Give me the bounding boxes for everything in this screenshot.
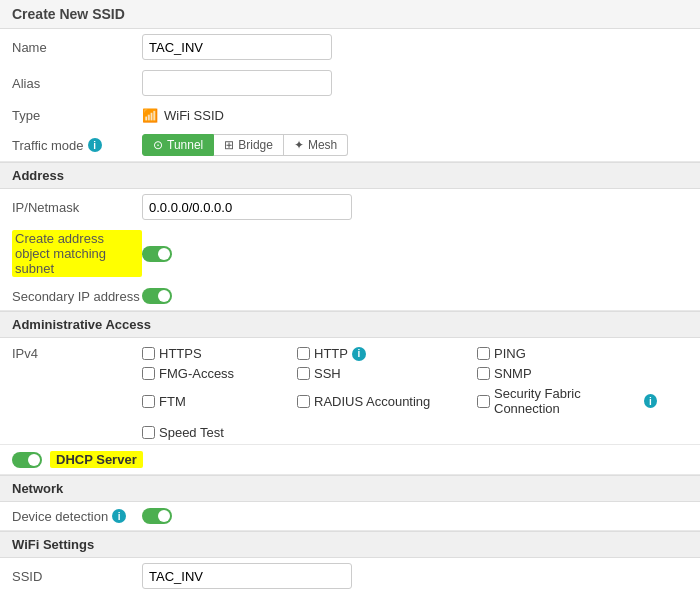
fmg-checkbox[interactable]	[142, 367, 155, 380]
radius-label: RADIUS Accounting	[314, 394, 430, 409]
http-checkbox[interactable]	[297, 347, 310, 360]
ip-netmask-label: IP/Netmask	[12, 200, 142, 215]
speed-test-checkbox[interactable]	[142, 426, 155, 439]
ssh-cell: SSH	[297, 366, 477, 381]
ftm-checkbox[interactable]	[142, 395, 155, 408]
alias-label: Alias	[12, 76, 142, 91]
ip-netmask-row: IP/Netmask	[0, 189, 700, 225]
ftm-cell: FTM	[142, 386, 297, 416]
mesh-button[interactable]: ✦ Mesh	[284, 134, 348, 156]
traffic-mode-info-icon[interactable]: i	[88, 138, 102, 152]
address-section-header: Address	[0, 162, 700, 189]
ipv4-label: IPv4	[12, 346, 142, 361]
device-detection-row: Device detection i	[0, 502, 700, 530]
name-value	[142, 34, 688, 60]
radius-cell: RADIUS Accounting	[297, 386, 477, 416]
name-label: Name	[12, 40, 142, 55]
http-label: HTTP	[314, 346, 348, 361]
security-fabric-label: Security Fabric Connection	[494, 386, 640, 416]
type-label: Type	[12, 108, 142, 123]
device-detection-toggle	[142, 508, 688, 524]
traffic-mode-row: Traffic mode i ⊙ Tunnel ⊞ Bridge ✦ Mesh	[0, 129, 700, 161]
dhcp-server-row: DHCP Server	[0, 445, 700, 474]
radius-checkbox[interactable]	[297, 395, 310, 408]
type-row: Type 📶 WiFi SSID	[0, 101, 700, 129]
dhcp-server-switch[interactable]	[12, 452, 42, 468]
ping-label: PING	[494, 346, 526, 361]
speed-test-row: Speed Test	[0, 421, 700, 444]
network-section-header: Network	[0, 475, 700, 502]
alias-row: Alias	[0, 65, 700, 101]
admin-ipv4-row: IPv4 HTTPS HTTP i PING FMG-Access SSH SN…	[0, 338, 700, 421]
alias-value	[142, 70, 688, 96]
page-title: Create New SSID	[0, 0, 700, 29]
fmg-cell: FMG-Access	[142, 366, 297, 381]
wifi-settings-section-header: WiFi Settings	[0, 531, 700, 558]
secondary-ip-label: Secondary IP address	[12, 289, 142, 304]
ssh-label: SSH	[314, 366, 341, 381]
https-checkbox[interactable]	[142, 347, 155, 360]
name-row: Name	[0, 29, 700, 65]
security-fabric-cell: Security Fabric Connection i	[477, 386, 657, 416]
snmp-cell: SNMP	[477, 366, 657, 381]
device-detection-switch[interactable]	[142, 508, 172, 524]
ssid-input[interactable]	[142, 563, 352, 589]
create-address-switch[interactable]	[142, 246, 172, 262]
ssid-row: SSID	[0, 558, 700, 594]
http-info-icon[interactable]: i	[352, 347, 366, 361]
secondary-ip-toggle	[142, 288, 688, 304]
type-value: 📶 WiFi SSID	[142, 108, 688, 123]
snmp-checkbox[interactable]	[477, 367, 490, 380]
device-detection-info-icon[interactable]: i	[112, 509, 126, 523]
create-address-toggle	[142, 246, 688, 262]
create-address-row: Create address object matching subnet	[0, 225, 700, 282]
alias-input[interactable]	[142, 70, 332, 96]
secondary-ip-switch[interactable]	[142, 288, 172, 304]
ssid-label: SSID	[12, 569, 142, 584]
traffic-mode-buttons: ⊙ Tunnel ⊞ Bridge ✦ Mesh	[142, 134, 688, 156]
speed-test-label: Speed Test	[159, 425, 224, 440]
tunnel-icon: ⊙	[153, 138, 163, 152]
ping-cell: PING	[477, 346, 657, 361]
admin-access-section-header: Administrative Access	[0, 311, 700, 338]
bridge-button[interactable]: ⊞ Bridge	[214, 134, 284, 156]
security-fabric-checkbox[interactable]	[477, 395, 490, 408]
traffic-mode-label: Traffic mode i	[12, 138, 142, 153]
wifi-icon: 📶	[142, 108, 158, 123]
https-label: HTTPS	[159, 346, 202, 361]
http-cell: HTTP i	[297, 346, 477, 361]
tunnel-button[interactable]: ⊙ Tunnel	[142, 134, 214, 156]
secondary-ip-row: Secondary IP address	[0, 282, 700, 310]
dhcp-server-label: DHCP Server	[50, 451, 143, 468]
name-input[interactable]	[142, 34, 332, 60]
mesh-icon: ✦	[294, 138, 304, 152]
ping-checkbox[interactable]	[477, 347, 490, 360]
security-fabric-info-icon[interactable]: i	[644, 394, 657, 408]
ssid-value	[142, 563, 688, 589]
ftm-label: FTM	[159, 394, 186, 409]
https-cell: HTTPS	[142, 346, 297, 361]
ip-netmask-value	[142, 194, 688, 220]
bridge-icon: ⊞	[224, 138, 234, 152]
create-address-label: Create address object matching subnet	[12, 230, 142, 277]
type-text: WiFi SSID	[164, 108, 224, 123]
fmg-label: FMG-Access	[159, 366, 234, 381]
ssh-checkbox[interactable]	[297, 367, 310, 380]
ip-netmask-input[interactable]	[142, 194, 352, 220]
device-detection-label: Device detection i	[12, 509, 142, 524]
snmp-label: SNMP	[494, 366, 532, 381]
